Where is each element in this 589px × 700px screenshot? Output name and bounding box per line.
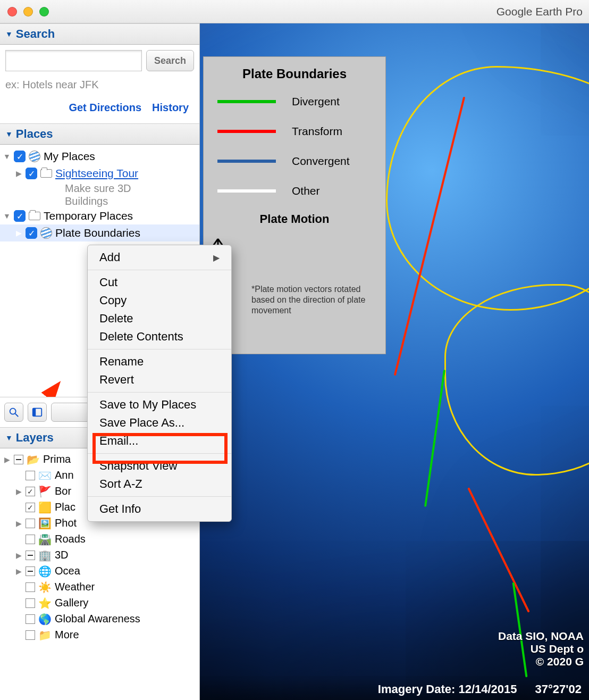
- disclosure-icon[interactable]: ▶: [15, 487, 22, 496]
- menu-item-get-info[interactable]: Get Info: [88, 500, 231, 518]
- menu-label: Revert: [99, 373, 134, 387]
- map-credits: Data SIO, NOAA US Dept o © 2020 G: [498, 630, 584, 668]
- tree-label: Ocea: [55, 565, 80, 577]
- svg-line-1: [15, 413, 19, 416]
- checkbox[interactable]: [26, 487, 35, 496]
- panel-header-search[interactable]: ▼ Search: [0, 23, 199, 45]
- disclosure-icon[interactable]: ▶: [15, 567, 22, 576]
- layer-icon: 🌎: [38, 613, 52, 626]
- tree-item-sightseeing[interactable]: ▶ ✓ Sightseeing Tour: [0, 165, 199, 182]
- panel-header-places[interactable]: ▼ Places: [0, 123, 199, 145]
- legend-label: Transform: [292, 125, 342, 138]
- menu-item-delete-contents[interactable]: Delete Contents: [88, 328, 231, 346]
- status-imagery-date: Imagery Date: 12/14/2015: [378, 682, 517, 696]
- layer-item[interactable]: ⭐Gallery: [0, 595, 199, 611]
- tree-label: Weather: [55, 581, 95, 593]
- legend-subtitle: Plate Motion: [204, 212, 385, 226]
- tree-label: Plate Boundaries: [55, 227, 140, 239]
- checkbox[interactable]: [26, 503, 35, 512]
- tree-item-my-places[interactable]: ▼ ✓ My Places: [0, 148, 199, 165]
- tree-label: Temporary Places: [44, 210, 133, 222]
- checkbox[interactable]: [26, 566, 35, 576]
- menu-item-save-place-as[interactable]: Save Place As...: [88, 414, 231, 432]
- layer-item[interactable]: 📁More: [0, 627, 199, 643]
- context-menu: Add▶ Cut Copy Delete Delete Contents Ren…: [87, 245, 232, 522]
- window-controls: [7, 7, 49, 16]
- layer-item[interactable]: ▶🌐Ocea: [0, 563, 199, 579]
- tree-item-temporary[interactable]: ▼ ✓ Temporary Places: [0, 207, 199, 224]
- layer-item[interactable]: ▶🏢3D: [0, 547, 199, 563]
- disclosure-icon[interactable]: ▼: [3, 152, 11, 161]
- menu-label: Cut: [99, 276, 117, 289]
- menu-label: Rename: [99, 355, 144, 369]
- submenu-arrow-icon: ▶: [213, 253, 220, 263]
- tree-item-note: Make sure 3D: [0, 182, 199, 195]
- checkbox[interactable]: [26, 582, 35, 592]
- menu-item-sort-az[interactable]: Sort A-Z: [88, 475, 231, 493]
- search-input[interactable]: [5, 50, 142, 71]
- tree-item-plate-boundaries[interactable]: ▶ ✓ Plate Boundaries: [0, 224, 199, 241]
- checkbox[interactable]: [26, 614, 35, 624]
- menu-item-email[interactable]: Email...: [88, 432, 231, 450]
- disclosure-icon: ▼: [5, 130, 13, 138]
- layer-item[interactable]: 🛣️Roads: [0, 531, 199, 547]
- search-places-button[interactable]: [4, 403, 23, 422]
- menu-label: Delete: [99, 312, 133, 326]
- legend-label: Other: [292, 185, 320, 197]
- globe-icon: [29, 151, 40, 162]
- checkbox[interactable]: [26, 630, 35, 640]
- tree-label: Gallery: [55, 597, 88, 609]
- checkbox[interactable]: [26, 471, 35, 480]
- layer-item[interactable]: 🌎Global Awareness: [0, 611, 199, 627]
- checkbox[interactable]: [26, 598, 35, 608]
- disclosure-icon[interactable]: ▼: [3, 212, 11, 220]
- menu-label: Save to My Places: [99, 398, 196, 412]
- disclosure-icon[interactable]: ▶: [15, 551, 22, 560]
- svg-rect-3: [33, 408, 36, 416]
- menu-item-save-to-my-places[interactable]: Save to My Places: [88, 396, 231, 414]
- legend-label: Convergent: [292, 155, 350, 168]
- tree-label: Prima: [43, 453, 71, 465]
- checkbox[interactable]: ✓: [14, 210, 26, 222]
- tree-label[interactable]: Sightseeing Tour: [55, 167, 138, 180]
- menu-item-add[interactable]: Add▶: [88, 248, 231, 266]
- layer-icon: 📁: [38, 629, 52, 641]
- menu-item-revert[interactable]: Revert: [88, 371, 231, 389]
- panel-toggle-button[interactable]: [28, 403, 47, 422]
- close-icon[interactable]: [7, 7, 17, 16]
- menu-item-copy[interactable]: Copy: [88, 291, 231, 310]
- menu-item-rename[interactable]: Rename: [88, 353, 231, 371]
- layer-icon: ⭐: [38, 597, 52, 610]
- layer-icon: 🖼️: [38, 517, 52, 530]
- menu-item-delete[interactable]: Delete: [88, 310, 231, 328]
- legend-swatch-icon: [217, 160, 276, 163]
- disclosure-icon[interactable]: ▶: [15, 229, 22, 237]
- checkbox[interactable]: [26, 551, 35, 560]
- menu-item-cut[interactable]: Cut: [88, 273, 231, 291]
- link-history[interactable]: History: [152, 102, 189, 114]
- checkbox[interactable]: ✓: [26, 168, 37, 179]
- menu-item-snapshot-view[interactable]: Snapshot View: [88, 457, 231, 475]
- checkbox[interactable]: [26, 535, 35, 544]
- search-button[interactable]: Search: [146, 50, 194, 71]
- disclosure-icon[interactable]: ▶: [3, 455, 11, 464]
- tree-item-note: Buildings: [0, 195, 199, 207]
- checkbox[interactable]: [26, 519, 35, 528]
- disclosure-icon: ▼: [5, 30, 13, 38]
- globe-icon: [40, 227, 52, 239]
- maximize-icon[interactable]: [39, 7, 49, 16]
- checkbox[interactable]: [14, 455, 23, 464]
- minimize-icon[interactable]: [23, 7, 33, 16]
- layer-item[interactable]: ☀️Weather: [0, 579, 199, 595]
- checkbox[interactable]: ✓: [14, 151, 26, 162]
- folder-icon: [40, 169, 52, 178]
- checkbox[interactable]: ✓: [26, 227, 37, 239]
- disclosure-icon[interactable]: ▶: [15, 519, 22, 528]
- disclosure-icon[interactable]: ▶: [15, 169, 22, 178]
- map-viewport[interactable]: 📌+ ▱+ ↝+ ▭+ 🎥+ 🕘 🌅 🪐 📏 Plate Boundaries …: [200, 23, 589, 700]
- menu-label: Add: [99, 251, 120, 264]
- window-title: Google Earth Pro: [497, 5, 583, 18]
- link-get-directions[interactable]: Get Directions: [69, 102, 141, 114]
- credit-line: US Dept o: [498, 643, 584, 655]
- legend-title: Plate Boundaries: [204, 57, 385, 81]
